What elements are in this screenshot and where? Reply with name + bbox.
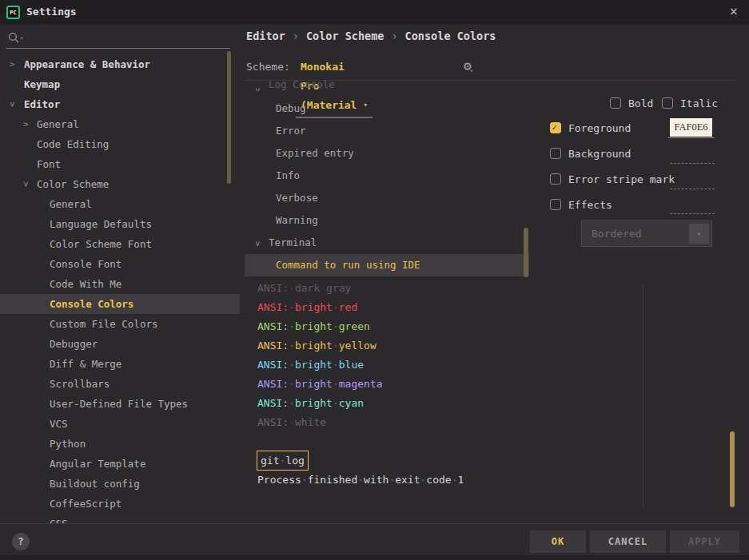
- breadcrumb-separator: ›: [285, 30, 306, 42]
- element-row-error[interactable]: Error: [245, 120, 529, 142]
- background-label[interactable]: Background: [568, 148, 631, 160]
- breadcrumb-console-colors: Console Colors: [405, 30, 496, 42]
- console-preview: ANSI:·dark·grayANSI:·bright·redANSI:·bri…: [257, 279, 641, 432]
- main-panel-scrollbar[interactable]: [730, 431, 735, 507]
- footer-divider: [0, 523, 749, 524]
- console-line[interactable]: ANSI:·bright·red: [257, 298, 641, 317]
- foreground-label[interactable]: Foreground: [568, 122, 631, 134]
- pycharm-logo-icon: PC: [6, 6, 20, 19]
- element-row-expired-entry[interactable]: Expired entry: [245, 142, 529, 165]
- effects-label[interactable]: Effects: [568, 199, 612, 211]
- sidebar-item-css[interactable]: CSS: [0, 514, 240, 523]
- scheme-label: Scheme:: [246, 61, 290, 73]
- element-row-warning[interactable]: Warning: [245, 209, 529, 232]
- apply-button[interactable]: APPLY: [670, 530, 739, 553]
- chevron-right-icon[interactable]: >: [10, 54, 15, 74]
- italic-label[interactable]: Italic: [680, 97, 718, 109]
- breadcrumb: Editor›Color Scheme›Console Colors: [246, 26, 496, 46]
- ok-button[interactable]: OK: [530, 530, 586, 553]
- element-row-command-to-run-using-ide[interactable]: Command to run using IDE: [245, 254, 529, 276]
- sidebar-item-python[interactable]: Python: [0, 434, 240, 454]
- error-stripe-label[interactable]: Error stripe mark: [568, 173, 675, 185]
- element-row-info[interactable]: Info: [245, 165, 529, 187]
- effects-checkbox[interactable]: [550, 199, 561, 210]
- console-line[interactable]: ANSI:·bright·blue: [257, 355, 641, 375]
- settings-nav-tree: >Appearance & BehaviorKeymap>Editor>Gene…: [0, 54, 240, 523]
- breadcrumb-separator: ›: [384, 30, 404, 42]
- foreground-checkbox[interactable]: [550, 122, 561, 133]
- console-line[interactable]: ANSI:·white: [257, 413, 641, 432]
- console-elements-list: >Log ConsoleDebugErrorExpired entryInfoV…: [245, 80, 529, 278]
- sidebar-item-editor[interactable]: >Editor: [0, 94, 240, 114]
- sidebar-item-buildout-config[interactable]: Buildout config: [0, 474, 240, 494]
- window-bottom-edge: [0, 555, 749, 560]
- background-checkbox[interactable]: [550, 148, 561, 159]
- element-row-debug[interactable]: Debug: [245, 97, 529, 120]
- sidebar-item-vcs[interactable]: VCS: [0, 414, 240, 434]
- effect-type-select[interactable]: Bordered ▾: [581, 220, 712, 247]
- close-icon[interactable]: ×: [730, 0, 738, 24]
- background-color-field[interactable]: [670, 163, 715, 164]
- titlebar: PC Settings ×: [0, 0, 749, 24]
- sidebar-scrollbar[interactable]: [227, 51, 231, 184]
- element-row-log-console[interactable]: >Log Console: [245, 80, 529, 91]
- sidebar-item-font[interactable]: Font: [0, 154, 240, 174]
- element-list-scrollbar[interactable]: [524, 228, 528, 277]
- foreground-color-underline: [668, 137, 715, 138]
- sidebar-item-user-defined-file-types[interactable]: User-Defined File Types: [0, 394, 240, 414]
- help-button[interactable]: ?: [12, 533, 30, 550]
- sidebar-item-custom-file-colors[interactable]: Custom File Colors: [0, 314, 240, 334]
- sidebar-item-keymap[interactable]: Keymap: [0, 74, 240, 94]
- preview-divider: [643, 285, 643, 508]
- breadcrumb-color-scheme: Color Scheme: [306, 30, 384, 42]
- sidebar-item-console-font[interactable]: Console Font: [0, 254, 240, 274]
- sidebar-item-color-scheme[interactable]: >Color Scheme: [0, 174, 240, 194]
- console-line[interactable]: ANSI:·bright·magenta: [257, 375, 641, 394]
- scheme-gear-icon[interactable]: ⚙▾: [464, 57, 475, 78]
- chevron-down-icon[interactable]: >: [16, 181, 36, 187]
- sidebar-item-code-editing[interactable]: Code Editing: [0, 134, 240, 154]
- bold-checkbox[interactable]: [610, 97, 621, 109]
- sidebar-item-scrollbars[interactable]: Scrollbars: [0, 374, 240, 394]
- search-options-caret-icon[interactable]: ▾: [20, 35, 23, 42]
- bold-label[interactable]: Bold: [628, 97, 653, 109]
- console-line[interactable]: ANSI:·bright·cyan: [257, 394, 641, 413]
- sidebar-item-coffeescript[interactable]: CoffeeScript: [0, 494, 240, 514]
- chevron-down-icon: ▾: [689, 224, 709, 244]
- sidebar-item-debugger[interactable]: Debugger: [0, 334, 240, 354]
- console-line[interactable]: ANSI:·dark·gray: [257, 279, 641, 298]
- element-row-terminal[interactable]: >Terminal: [245, 232, 529, 254]
- settings-dialog: PC Settings × ▾ >Appearance & BehaviorKe…: [0, 0, 749, 560]
- chevron-right-icon[interactable]: >: [23, 114, 29, 134]
- sidebar-item-general[interactable]: General: [0, 194, 240, 214]
- sidebar-item-color-scheme-font[interactable]: Color Scheme Font: [0, 234, 240, 254]
- cancel-button[interactable]: CANCEL: [590, 530, 666, 553]
- console-line[interactable]: ANSI:·bright·green: [257, 317, 641, 336]
- sidebar-item-general[interactable]: >General: [0, 114, 240, 134]
- foreground-color-field[interactable]: FAF0E6: [670, 118, 712, 137]
- chevron-down-icon[interactable]: >: [246, 241, 269, 247]
- breadcrumb-editor: Editor: [246, 30, 285, 42]
- sidebar-item-appearance-behavior[interactable]: >Appearance & Behavior: [0, 54, 240, 74]
- italic-checkbox[interactable]: [662, 97, 673, 109]
- window-title: Settings: [26, 0, 77, 24]
- search-icon[interactable]: [8, 32, 20, 47]
- sidebar-item-angular-template[interactable]: Angular Template: [0, 454, 240, 474]
- console-line[interactable]: ANSI:·bright·yellow: [257, 336, 641, 355]
- error-stripe-color-field[interactable]: [670, 189, 715, 189]
- sidebar-search-divider: [6, 48, 230, 49]
- chevron-down-icon[interactable]: >: [2, 101, 22, 107]
- sidebar-item-language-defaults[interactable]: Language Defaults: [0, 214, 240, 234]
- preview-command-highlight[interactable]: git·log: [257, 451, 309, 471]
- element-row-verbose[interactable]: Verbose: [245, 187, 529, 209]
- settings-search-input[interactable]: ▾: [8, 30, 232, 48]
- effects-color-field[interactable]: [670, 213, 715, 214]
- error-stripe-checkbox[interactable]: [550, 173, 561, 185]
- sidebar-item-code-with-me[interactable]: Code With Me: [0, 274, 240, 294]
- chevron-down-icon[interactable]: >: [246, 88, 269, 91]
- sidebar-item-console-colors[interactable]: Console Colors: [0, 294, 240, 314]
- preview-exit-line[interactable]: Process·finished·with·exit·code·1: [257, 471, 464, 490]
- sidebar-item-diff-merge[interactable]: Diff & Merge: [0, 354, 240, 374]
